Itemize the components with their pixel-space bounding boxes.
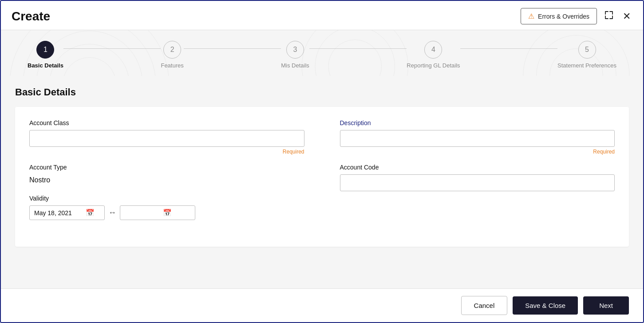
step-5: 5 Statement Preferences	[557, 41, 616, 69]
step-label-4: Reporting GL Details	[407, 62, 460, 69]
description-group: Description Required	[340, 119, 615, 155]
next-button[interactable]: Next	[583, 296, 629, 315]
step-4: 4 Reporting GL Details	[407, 41, 460, 69]
step-circle-2: 2	[163, 41, 181, 59]
errors-overrides-button[interactable]: ⚠ Errors & Overrides	[521, 8, 597, 24]
step-circle-3: 3	[286, 41, 304, 59]
content-area: Basic Details Account Class Required Acc…	[1, 76, 643, 288]
account-type-value: Nostro	[29, 174, 304, 186]
errors-button-label: Errors & Overrides	[538, 13, 589, 20]
close-button[interactable]: ✕	[621, 9, 632, 24]
modal-header: Create ⚠ Errors & Overrides ✕	[1, 1, 643, 30]
step-2: 2 Features	[161, 41, 183, 69]
stepper-section: 1 Basic Details 2 Features 3 Mis Details…	[1, 30, 643, 76]
form-grid: Account Class Required Account Type Nost…	[29, 119, 615, 229]
step-label-2: Features	[161, 62, 183, 69]
section-title: Basic Details	[15, 87, 629, 98]
validity-start-input[interactable]	[34, 209, 83, 217]
step-1: 1 Basic Details	[28, 41, 63, 69]
connector-4-5	[460, 48, 558, 49]
warning-icon: ⚠	[528, 12, 534, 20]
date-range-arrow-icon: ↔	[108, 208, 116, 217]
account-class-label: Account Class	[29, 119, 304, 126]
account-type-group: Account Type Nostro	[29, 164, 304, 186]
description-label: Description	[340, 119, 615, 126]
validity-end-input[interactable]	[125, 209, 160, 217]
account-class-group: Account Class Required	[29, 119, 304, 155]
step-circle-5: 5	[578, 41, 596, 59]
left-column: Account Class Required Account Type Nost…	[29, 119, 304, 229]
account-class-input[interactable]	[29, 130, 304, 147]
step-circle-4: 4	[424, 41, 442, 59]
account-class-required: Required	[29, 149, 304, 155]
step-label-5: Statement Preferences	[557, 62, 616, 69]
account-code-group: Account Code	[340, 164, 615, 191]
validity-start-wrap: 📅	[29, 205, 105, 220]
account-code-label: Account Code	[340, 164, 615, 171]
form-card: Account Class Required Account Type Nost…	[15, 107, 629, 247]
right-column: Description Required Account Code	[340, 119, 615, 229]
close-icon: ✕	[623, 11, 631, 22]
step-label-1: Basic Details	[28, 62, 63, 69]
header-actions: ⚠ Errors & Overrides ✕	[521, 8, 632, 24]
connector-2-3	[184, 48, 281, 49]
connector-1-2	[63, 48, 161, 49]
step-label-3: Mis Details	[281, 62, 309, 69]
step-3: 3 Mis Details	[281, 41, 309, 69]
expand-button[interactable]	[602, 8, 616, 24]
validity-row: 📅 ↔ 📅	[29, 205, 304, 220]
connector-3-4	[309, 48, 407, 49]
modal-footer: Cancel Save & Close Next	[1, 288, 643, 322]
account-code-input[interactable]	[340, 174, 615, 191]
create-modal: Create ⚠ Errors & Overrides ✕	[0, 0, 644, 323]
calendar-start-icon[interactable]: 📅	[86, 209, 95, 217]
expand-icon	[604, 10, 614, 20]
account-type-label: Account Type	[29, 164, 304, 171]
validity-label: Validity	[29, 195, 304, 202]
description-input[interactable]	[340, 130, 615, 147]
calendar-end-icon[interactable]: 📅	[163, 209, 172, 217]
cancel-button[interactable]: Cancel	[461, 296, 508, 315]
validity-end-wrap: 📅	[120, 205, 195, 220]
save-close-button[interactable]: Save & Close	[513, 296, 578, 315]
modal-title: Create	[12, 9, 50, 24]
description-required: Required	[340, 149, 615, 155]
step-circle-1: 1	[36, 41, 54, 59]
validity-group: Validity 📅 ↔ 📅	[29, 195, 304, 220]
stepper-row: 1 Basic Details 2 Features 3 Mis Details…	[28, 41, 616, 69]
